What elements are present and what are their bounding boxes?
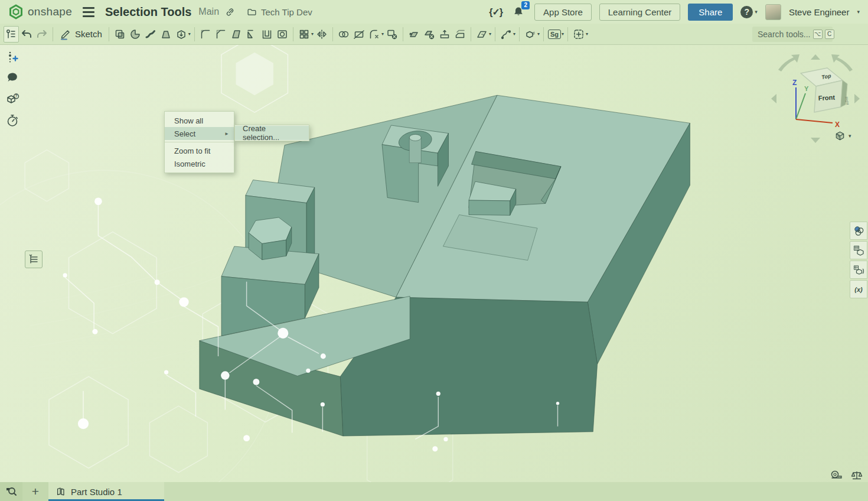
plane-button[interactable] xyxy=(474,26,490,43)
tab-search-button[interactable] xyxy=(0,482,22,501)
delete-face-icon xyxy=(423,28,435,40)
view-options-dropdown[interactable]: ▾ xyxy=(834,130,851,141)
onshape-logo[interactable]: onshape xyxy=(8,4,72,19)
history-timer-button[interactable] xyxy=(5,113,19,128)
loft-button[interactable] xyxy=(158,26,174,43)
search-placeholder: Search tools... xyxy=(758,30,811,39)
hole-icon xyxy=(276,28,288,40)
move-face-icon xyxy=(408,28,420,40)
create-version-button[interactable] xyxy=(5,50,19,64)
boss-group-chevron-icon[interactable]: ▾ xyxy=(188,31,191,37)
measure-button[interactable] xyxy=(830,470,843,483)
sg-custom-feature-button[interactable]: Sg xyxy=(547,26,562,43)
panel-list-icon xyxy=(28,254,39,265)
view-cube-icon xyxy=(834,130,846,141)
appearance-icon xyxy=(853,225,864,237)
3d-model-part[interactable] xyxy=(200,95,690,436)
avatar[interactable] xyxy=(765,4,781,20)
modify-fillet-button[interactable] xyxy=(367,26,382,43)
right-panel-strip: (x) xyxy=(850,222,867,298)
logo-wordmark: onshape xyxy=(28,5,72,18)
plane-group-chevron-icon[interactable]: ▾ xyxy=(489,31,491,37)
selection-plus-icon xyxy=(573,28,585,40)
move-face-button[interactable] xyxy=(406,26,422,43)
shortcut-c-key: C xyxy=(825,30,834,39)
modify-fillet-icon xyxy=(368,28,380,40)
folder-name: Tech Tip Dev xyxy=(261,7,312,17)
selection-group-chevron-icon[interactable]: ▾ xyxy=(586,31,588,37)
curve-group-chevron-icon[interactable]: ▾ xyxy=(513,31,515,37)
appearance-panel-button[interactable] xyxy=(850,222,867,240)
extrude-button[interactable] xyxy=(112,26,128,43)
featurescript-icon: {✓} xyxy=(489,6,502,18)
configurations-panel-button[interactable] xyxy=(850,241,867,259)
menu-item-zoom-to-fit[interactable]: Zoom to fit xyxy=(165,144,234,157)
folder-breadcrumb[interactable]: Tech Tip Dev xyxy=(247,7,312,17)
curve-icon xyxy=(500,28,512,40)
offset-surface-button[interactable] xyxy=(452,26,468,43)
selection-tools-button[interactable] xyxy=(571,26,586,43)
delete-face-button[interactable] xyxy=(422,26,437,43)
menu-item-create-selection[interactable]: Create selection... xyxy=(235,126,309,140)
transform-group-chevron-icon[interactable]: ▾ xyxy=(537,31,540,37)
mass-properties-button[interactable] xyxy=(850,470,863,483)
share-link-button[interactable] xyxy=(225,7,235,17)
redo-button[interactable] xyxy=(34,26,50,43)
sweep-icon xyxy=(145,28,156,40)
cube-question-icon: ? xyxy=(5,92,19,106)
sg-group-chevron-icon[interactable]: ▾ xyxy=(562,31,564,37)
menu-item-show-all[interactable]: Show all xyxy=(165,114,234,127)
help-icon: ? xyxy=(740,6,753,18)
search-tools-input[interactable]: Search tools... ⌥ C xyxy=(752,27,833,42)
rib-button[interactable] xyxy=(244,26,259,43)
mirror-button[interactable] xyxy=(314,26,329,43)
user-name[interactable]: Steve Engineer xyxy=(789,7,850,17)
undo-button[interactable] xyxy=(19,26,34,43)
measure-tape-icon xyxy=(830,470,843,482)
menu-item-label: Isometric xyxy=(174,160,205,168)
onshape-logo-icon xyxy=(8,4,24,19)
draft-button[interactable] xyxy=(229,26,244,43)
view-chevron-down-icon: ▾ xyxy=(849,133,851,139)
user-chevron-down-icon[interactable]: ▾ xyxy=(857,9,860,15)
learning-center-button[interactable]: Learning Center xyxy=(599,4,681,21)
folder-icon xyxy=(247,7,257,17)
linear-pattern-button[interactable] xyxy=(296,26,312,43)
fillet-button[interactable] xyxy=(198,26,213,43)
workspace-name[interactable]: Main xyxy=(198,6,219,17)
app-store-button[interactable]: App Store xyxy=(534,4,592,21)
help-menu[interactable]: ? ▾ xyxy=(740,6,758,18)
document-title[interactable]: Selection Tools xyxy=(105,5,191,19)
feature-panel-toggle[interactable] xyxy=(25,250,43,268)
part-help-button[interactable]: ? xyxy=(5,92,19,106)
modify-group-chevron-icon[interactable]: ▾ xyxy=(381,31,384,37)
thicken-button[interactable] xyxy=(174,26,189,43)
menu-item-isometric[interactable]: Isometric xyxy=(165,157,234,170)
feature-list-toggle-button[interactable] xyxy=(4,26,19,43)
document-menu-button[interactable] xyxy=(83,4,98,19)
revolve-button[interactable] xyxy=(128,26,143,43)
menu-item-select[interactable]: Select ► xyxy=(165,127,234,140)
share-button[interactable]: Share xyxy=(688,4,733,21)
transform-button[interactable] xyxy=(523,26,538,43)
configured-features-panel-button[interactable] xyxy=(850,261,867,279)
featurescript-button[interactable]: {✓} xyxy=(489,6,502,18)
split-button[interactable] xyxy=(351,26,367,43)
sketch-button[interactable]: Sketch xyxy=(56,28,106,40)
notifications-button[interactable]: 2 xyxy=(513,6,524,18)
comments-button[interactable] xyxy=(5,71,19,85)
onshape-app: onshape Selection Tools Main Tech Tip De… xyxy=(0,0,868,501)
add-tab-button[interactable]: + xyxy=(22,482,48,501)
sweep-button[interactable] xyxy=(143,26,158,43)
hole-button[interactable] xyxy=(275,26,290,43)
tab-part-studio-1[interactable]: Part Studio 1 xyxy=(48,482,164,501)
boolean-button[interactable] xyxy=(336,26,351,43)
cube-front-label[interactable]: Front xyxy=(818,94,835,102)
shell-button[interactable] xyxy=(259,26,275,43)
delete-part-button[interactable] xyxy=(384,26,400,43)
curve-button[interactable] xyxy=(498,26,514,43)
variables-panel-button[interactable]: (x) xyxy=(850,280,867,298)
chamfer-button[interactable] xyxy=(213,26,229,43)
replace-face-button[interactable] xyxy=(437,26,452,43)
pattern-group-chevron-icon[interactable]: ▾ xyxy=(311,31,314,37)
